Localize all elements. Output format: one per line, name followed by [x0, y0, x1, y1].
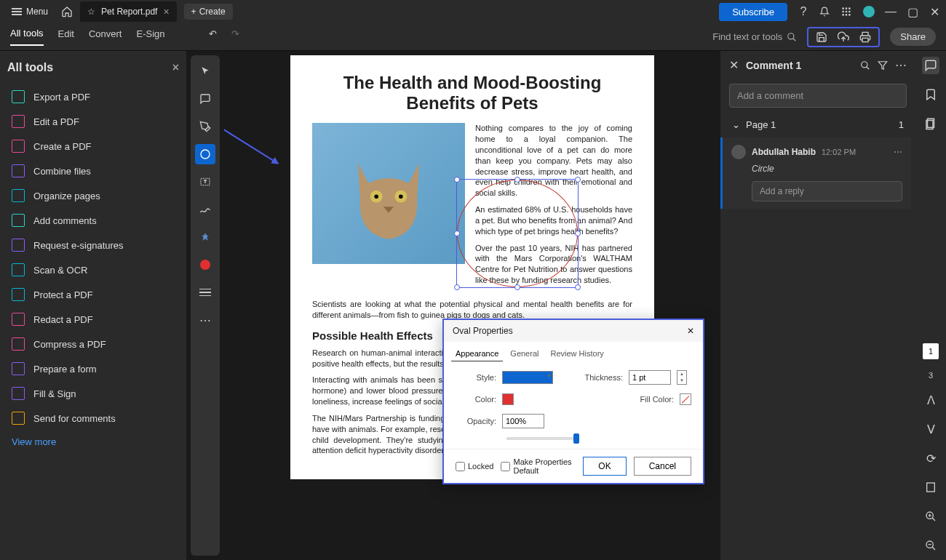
resize-handle-s[interactable]	[514, 284, 520, 290]
thickness-spinner[interactable]: ▲▼	[677, 370, 687, 385]
resize-handle-n[interactable]	[514, 177, 520, 183]
make-default-checkbox[interactable]: Make Properties Default	[501, 457, 576, 475]
tool-item-5[interactable]: Add comments	[7, 208, 179, 233]
tool-item-1[interactable]: Edit a PDF	[7, 109, 179, 134]
comment-item[interactable]: Abdullah Habib 12:02 PM ⋯ Circle Add a r…	[720, 137, 911, 209]
find-input[interactable]: Find text or tools	[712, 31, 797, 42]
opacity-input[interactable]	[502, 414, 544, 428]
subscribe-button[interactable]: Subscribe	[719, 3, 787, 21]
oval-tool[interactable]	[195, 144, 215, 164]
select-tool[interactable]	[195, 61, 215, 81]
filter-icon[interactable]	[878, 60, 888, 71]
zoom-in-icon[interactable]	[922, 508, 939, 525]
tool-item-12[interactable]: Fill & Sign	[7, 381, 179, 406]
oval-annotation[interactable]	[456, 179, 579, 288]
tool-item-3[interactable]: Combine files	[7, 159, 179, 183]
view-more-link[interactable]: View more	[7, 431, 179, 453]
undo-button[interactable]: ↶	[209, 28, 217, 45]
tab-all-tools[interactable]: All tools	[10, 28, 44, 46]
tab-review-history[interactable]: Review History	[546, 346, 608, 361]
avatar[interactable]	[863, 6, 875, 17]
close-panel-button[interactable]: ×	[172, 61, 179, 74]
highlight-tool[interactable]	[195, 116, 215, 137]
arrow-annotation	[224, 116, 278, 164]
comment-tool[interactable]	[195, 89, 215, 109]
tool-item-0[interactable]: Export a PDF	[7, 84, 179, 109]
create-button[interactable]: + Create	[184, 4, 233, 20]
resize-handle-w[interactable]	[454, 231, 460, 236]
page-down-icon[interactable]: ᐯ	[922, 420, 939, 438]
pin-tool[interactable]	[195, 227, 215, 247]
resize-handle-sw[interactable]	[454, 284, 460, 290]
zoom-out-icon[interactable]	[922, 537, 939, 554]
cancel-button[interactable]: Cancel	[634, 457, 691, 476]
pages-icon[interactable]	[922, 115, 939, 132]
minimize-button[interactable]: —	[885, 5, 897, 18]
home-button[interactable]	[61, 6, 73, 17]
more-tools[interactable]: ⋯	[195, 310, 215, 330]
tool-item-9[interactable]: Redact a PDF	[7, 307, 179, 332]
tab-convert[interactable]: Convert	[89, 28, 122, 45]
svg-point-5	[848, 11, 851, 13]
add-comment-input[interactable]: Add a comment	[729, 84, 907, 108]
fill-color-swatch[interactable]	[680, 393, 691, 405]
search-comments-icon[interactable]	[860, 60, 870, 71]
comments-more-icon[interactable]: ⋯	[895, 58, 907, 72]
tool-item-11[interactable]: Prepare a form	[7, 356, 179, 381]
tool-item-2[interactable]: Create a PDF	[7, 134, 179, 159]
tool-item-8[interactable]: Protect a PDF	[7, 282, 179, 307]
reply-input[interactable]: Add a reply	[752, 181, 902, 201]
cloud-icon[interactable]	[838, 31, 849, 43]
save-icon[interactable]	[816, 31, 827, 43]
apps-icon[interactable]	[841, 7, 853, 17]
page-up-icon[interactable]: ᐱ	[922, 391, 939, 409]
text-box-tool[interactable]	[195, 172, 215, 192]
slider-thumb[interactable]	[573, 433, 579, 444]
bell-icon[interactable]	[819, 7, 831, 17]
tab-general[interactable]: General	[506, 346, 543, 361]
style-label: Style:	[456, 373, 496, 382]
dialog-close-button[interactable]: ✕	[687, 326, 694, 336]
redo-button[interactable]: ↷	[231, 28, 239, 45]
close-window-button[interactable]: ✕	[929, 5, 940, 19]
fit-icon[interactable]	[922, 479, 939, 496]
tool-item-7[interactable]: Scan & OCR	[7, 257, 179, 282]
tab-close-button[interactable]: ×	[163, 6, 169, 17]
locked-checkbox[interactable]: Locked	[456, 462, 493, 471]
tool-item-10[interactable]: Compress a PDF	[7, 332, 179, 356]
tool-item-4[interactable]: Organize pages	[7, 183, 179, 208]
resize-handle-ne[interactable]	[575, 177, 581, 183]
thickness-input[interactable]	[629, 370, 671, 385]
print-icon[interactable]	[859, 31, 871, 43]
opacity-slider[interactable]	[506, 437, 579, 440]
resize-handle-se[interactable]	[575, 284, 581, 290]
resize-handle-nw[interactable]	[454, 177, 460, 183]
svg-point-6	[842, 14, 844, 16]
stroke-tool[interactable]	[195, 282, 215, 303]
comment-more-button[interactable]: ⋯	[894, 147, 902, 157]
tab-edit[interactable]: Edit	[58, 28, 74, 45]
tool-item-13[interactable]: Send for comments	[7, 406, 179, 431]
ok-button[interactable]: OK	[583, 457, 626, 476]
current-page[interactable]: 1	[923, 343, 939, 359]
style-select[interactable]	[502, 371, 553, 384]
tab-esign[interactable]: E-Sign	[136, 28, 164, 45]
document-tab[interactable]: ☆ Pet Report.pdf ×	[80, 1, 177, 22]
dialog-titlebar[interactable]: Oval Properties ✕	[444, 320, 703, 342]
rotate-icon[interactable]: ⟳	[922, 449, 939, 467]
tool-item-6[interactable]: Request e-signatures	[7, 233, 179, 257]
close-comments-button[interactable]: ✕	[729, 58, 739, 72]
maximize-button[interactable]: ▢	[907, 5, 918, 19]
help-icon[interactable]: ?	[798, 5, 809, 18]
bookmark-icon[interactable]	[922, 86, 939, 103]
page-group-header[interactable]: ⌄Page 1 1	[720, 112, 915, 137]
menu-button[interactable]: Menu	[6, 4, 54, 20]
share-button[interactable]: Share	[890, 28, 936, 46]
cat-image	[312, 123, 465, 264]
resize-handle-e[interactable]	[575, 231, 581, 236]
draw-tool[interactable]	[195, 199, 215, 220]
color-swatch[interactable]	[502, 393, 514, 405]
tab-appearance[interactable]: Appearance	[451, 346, 503, 361]
comments-toggle-icon[interactable]	[922, 57, 939, 74]
color-swatch[interactable]	[195, 255, 215, 275]
